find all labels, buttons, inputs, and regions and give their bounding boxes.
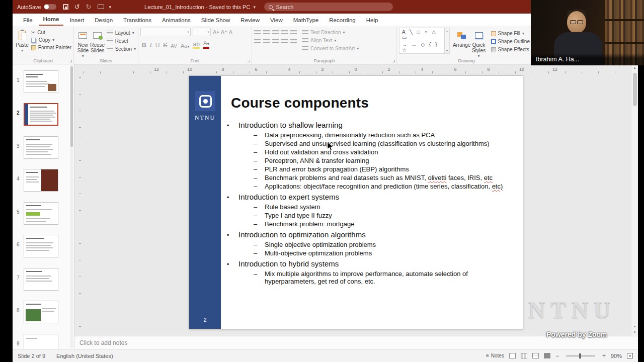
change-case-button[interactable]: Aa▾	[181, 43, 189, 49]
quick-access-chevron-icon[interactable]: ▾	[109, 5, 112, 10]
shape-fill-button[interactable]: Shape Fill ▾	[491, 31, 534, 36]
editor-scrollbar-thumb[interactable]	[633, 73, 637, 106]
reset-button[interactable]: Reset	[107, 38, 136, 44]
language-indicator[interactable]: English (United States)	[56, 353, 113, 359]
bold-button[interactable]: B	[142, 42, 146, 49]
zoom-in-button[interactable]: +	[602, 352, 606, 359]
slide-thumbnail-9[interactable]: 9	[13, 334, 74, 349]
align-right-button[interactable]	[272, 38, 279, 44]
thumbnail-preview[interactable]	[24, 136, 58, 159]
slide-thumbnail-2[interactable]: 2	[13, 103, 74, 128]
slide-thumbnail-7[interactable]: 7	[13, 268, 74, 293]
reading-view-button[interactable]	[532, 353, 539, 358]
align-left-button[interactable]	[254, 38, 261, 44]
font-color-button[interactable]: A▾	[203, 40, 209, 49]
columns-button[interactable]	[290, 38, 297, 44]
undo-icon[interactable]: ↺	[74, 4, 80, 10]
vertical-ruler[interactable]	[76, 75, 83, 336]
align-text-button[interactable]: Align Text ▾	[302, 37, 359, 43]
shapes-gallery-scrollbar[interactable]: ▴ ▾	[445, 28, 450, 54]
thumbnail-preview[interactable]	[24, 70, 58, 93]
paragraph-dialog-launcher-icon[interactable]	[392, 60, 395, 62]
quick-styles-button[interactable]: Quick Styles ▾	[470, 28, 487, 59]
tab-insert[interactable]: Insert	[65, 15, 89, 26]
normal-view-button[interactable]	[509, 353, 516, 358]
editor-scrollbar[interactable]: ▴ ▴ ▾	[631, 64, 638, 336]
previous-slide-icon[interactable]: ▴	[634, 324, 636, 328]
strikethrough-button[interactable]: S	[163, 42, 167, 49]
tab-design[interactable]: Design	[90, 15, 117, 26]
thumbnail-preview[interactable]	[24, 334, 58, 349]
slide-sorter-view-button[interactable]	[521, 353, 527, 358]
save-icon[interactable]	[63, 4, 68, 10]
layout-button[interactable]: Layout ▾	[107, 30, 136, 36]
clipboard-dialog-launcher-icon[interactable]	[69, 60, 72, 62]
thumbnail-preview[interactable]	[24, 103, 58, 126]
slide-canvas[interactable]: NTNU 2 Course components •Introduction t…	[189, 75, 523, 329]
scroll-up-icon[interactable]: ▴	[634, 66, 636, 70]
font-dialog-launcher-icon[interactable]	[248, 60, 250, 62]
tab-view[interactable]: View	[266, 15, 287, 26]
paste-button[interactable]: Paste ▾	[15, 28, 30, 53]
font-name-combo[interactable]: ▾	[140, 28, 191, 36]
reuse-slides-button[interactable]: Reuse Slides	[90, 28, 105, 59]
increase-font-size-button[interactable]: A▴	[213, 29, 219, 35]
fit-slide-button[interactable]	[627, 353, 633, 358]
slideshow-view-button[interactable]	[544, 353, 550, 358]
tab-recording[interactable]: Recording	[325, 15, 360, 26]
zoom-slider[interactable]	[566, 355, 595, 356]
thumbnail-preview[interactable]	[24, 301, 58, 323]
numbering-button[interactable]	[263, 29, 270, 35]
align-center-button[interactable]	[263, 38, 270, 44]
shape-effects-button[interactable]: Shape Effects ▾	[491, 47, 534, 52]
text-direction-button[interactable]: Text Direction ▾	[302, 29, 359, 35]
document-title[interactable]: Lecture_01_Introduction - Saved to this …	[144, 4, 256, 10]
decrease-font-size-button[interactable]: A▾	[221, 29, 227, 35]
line-spacing-button[interactable]	[290, 29, 297, 35]
present-icon[interactable]	[98, 5, 104, 9]
tab-review[interactable]: Review	[236, 15, 264, 26]
convert-to-smartart-button[interactable]: Convert to SmartArt ▾	[302, 45, 359, 51]
italic-button[interactable]: I	[150, 41, 152, 49]
autosave-toggle[interactable]	[44, 4, 56, 10]
tab-animations[interactable]: Animations	[157, 15, 195, 26]
character-spacing-button[interactable]: AV	[171, 43, 177, 49]
copy-button[interactable]: Copy ▾	[31, 37, 71, 43]
thumbnail-preview[interactable]	[24, 169, 58, 192]
zoom-slider-thumb[interactable]	[579, 353, 581, 358]
tab-mathtype[interactable]: MathType	[289, 15, 324, 26]
zoom-out-button[interactable]: −	[555, 352, 559, 359]
next-slide-icon[interactable]: ▾	[634, 330, 636, 334]
cut-button[interactable]: ✂ Cut	[31, 30, 71, 35]
new-slide-button[interactable]: New Slide ▾	[76, 28, 90, 59]
thumbnail-panel-scrollbar[interactable]	[70, 65, 73, 348]
redo-icon[interactable]: ↻	[86, 4, 92, 10]
increase-indent-button[interactable]	[281, 29, 288, 35]
highlight-color-button[interactable]: ab	[193, 41, 199, 49]
slide-body-text[interactable]: •Introduction to shallow learning –Data …	[227, 118, 517, 286]
slide-thumbnail-6[interactable]: 6	[13, 235, 74, 260]
thumbnail-preview[interactable]	[24, 202, 58, 225]
section-button[interactable]: Section ▾	[107, 46, 136, 52]
search-input[interactable]	[276, 4, 377, 10]
tab-home[interactable]: Home	[39, 14, 64, 26]
bullets-button[interactable]	[254, 29, 261, 35]
search-box[interactable]	[264, 3, 393, 11]
tab-transitions[interactable]: Transitions	[119, 15, 156, 26]
shape-outline-button[interactable]: Shape Outline ▾	[491, 39, 534, 44]
zoom-level[interactable]: 90%	[611, 353, 622, 359]
autosave-control[interactable]: AutoSave	[17, 4, 56, 10]
tab-help[interactable]: Help	[362, 15, 383, 26]
thumbnail-preview[interactable]	[24, 235, 58, 257]
slide-thumbnail-4[interactable]: 4	[13, 169, 74, 194]
thumbnail-panel-scrollbar-thumb[interactable]	[70, 66, 73, 147]
tab-slide-show[interactable]: Slide Show	[197, 15, 235, 26]
decrease-indent-button[interactable]	[272, 29, 279, 35]
slide-thumbnail-5[interactable]: 5	[13, 202, 74, 227]
justify-button[interactable]	[281, 38, 288, 44]
slide-thumbnail-3[interactable]: 3	[13, 136, 74, 161]
slide-title[interactable]: Course components	[231, 95, 369, 111]
slide-thumbnail-1[interactable]: 1	[13, 70, 74, 96]
notes-toggle-button[interactable]: ≡ Notes	[486, 353, 504, 358]
thumbnail-preview[interactable]	[24, 268, 58, 291]
